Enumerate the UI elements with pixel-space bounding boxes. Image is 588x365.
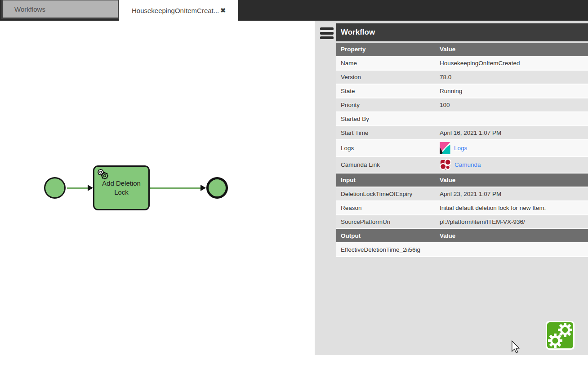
input-header-row: Input Value [336, 174, 588, 187]
bpmn-canvas: Add Deletion Lock [0, 21, 315, 365]
property-label: Name [336, 60, 440, 67]
table-row: DeletionLockTimeOfExpiry April 23, 2021 … [336, 187, 588, 201]
property-value: 100 [440, 102, 588, 108]
property-value: Running [440, 88, 588, 94]
table-row: Started By [336, 112, 588, 126]
table-row: Reason Initial default deletion lock for… [336, 201, 588, 215]
sequence-flow-1 [67, 187, 89, 189]
arrowhead-icon [88, 185, 93, 191]
column-header: Property [336, 46, 440, 53]
table-row-camunda: Camunda Link Camunda [336, 157, 588, 174]
column-header: Value [440, 177, 588, 183]
arrowhead-icon [200, 185, 206, 191]
output-label: EffectiveDeletionTime_2ii56ig [336, 246, 440, 253]
input-value: pf://platform/item/ITEM-VX-936/ [440, 218, 588, 225]
table-row: Version 78.0 [336, 71, 588, 85]
bpmn-start-event[interactable] [44, 177, 66, 199]
tab-housekeeping[interactable]: HousekeepingOnItemCreat... ✖ [119, 0, 238, 21]
output-header-row: Output Value [336, 229, 588, 243]
sequence-flow-2 [150, 187, 200, 189]
tab-close-icon[interactable]: ✖ [220, 7, 226, 14]
column-header: Value [440, 46, 588, 53]
table-row: State Running [336, 85, 588, 98]
table-row: Priority 100 [336, 98, 588, 112]
menu-icon[interactable] [320, 27, 334, 41]
property-label: State [336, 88, 440, 94]
property-label: Version [336, 74, 440, 80]
column-header: Value [440, 232, 588, 239]
tab-workflows-label: Workflows [14, 5, 45, 13]
workflow-engine-logo-icon [546, 321, 575, 350]
input-label: SourcePlatformUri [336, 218, 440, 225]
task-label: Add Deletion Lock [98, 179, 145, 197]
input-value: Initial default deletion lock for new It… [440, 205, 588, 211]
input-label: DeletionLockTimeOfExpiry [336, 191, 440, 197]
panel-title: Workflow [336, 23, 588, 41]
camunda-link[interactable]: Camunda [454, 161, 481, 168]
service-task-gear-icon [96, 168, 111, 181]
bpmn-service-task[interactable]: Add Deletion Lock [93, 165, 150, 210]
table-row: Start Time April 16, 2021 1:07 PM [336, 126, 588, 140]
workflow-tables: Workflow Property Value Name Housekeepin… [336, 23, 588, 257]
tab-workflows[interactable]: Workflows [1, 0, 119, 19]
property-label: Camunda Link [336, 161, 440, 168]
properties-header-row: Property Value [336, 43, 588, 57]
table-row-logs: Logs Logs [336, 140, 588, 157]
camunda-icon [440, 159, 451, 170]
column-header: Input [336, 177, 440, 183]
property-label: Start Time [336, 129, 440, 136]
property-value: HousekeepingOnItemCreated [440, 60, 588, 67]
property-label: Started By [336, 116, 440, 122]
input-label: Reason [336, 205, 440, 211]
logs-link[interactable]: Logs [454, 145, 467, 151]
kibana-icon [440, 142, 450, 154]
property-value: April 16, 2021 1:07 PM [440, 129, 588, 136]
property-label: Logs [336, 145, 440, 151]
table-row: EffectiveDeletionTime_2ii56ig [336, 243, 588, 257]
input-value: April 23, 2021 1:07 PM [440, 191, 588, 197]
tab-bar: Workflows HousekeepingOnItemCreat... ✖ [0, 0, 588, 21]
property-label: Priority [336, 102, 440, 108]
table-row: SourcePlatformUri pf://platform/item/ITE… [336, 215, 588, 229]
property-value: 78.0 [440, 74, 588, 80]
workflow-panel: Workflow Property Value Name Housekeepin… [315, 21, 588, 355]
tab-housekeeping-label: HousekeepingOnItemCreat... [132, 7, 219, 14]
mouse-cursor-icon [511, 340, 520, 353]
table-row: Name HousekeepingOnItemCreated [336, 57, 588, 71]
column-header: Output [336, 232, 440, 239]
bpmn-end-event[interactable] [206, 177, 228, 199]
